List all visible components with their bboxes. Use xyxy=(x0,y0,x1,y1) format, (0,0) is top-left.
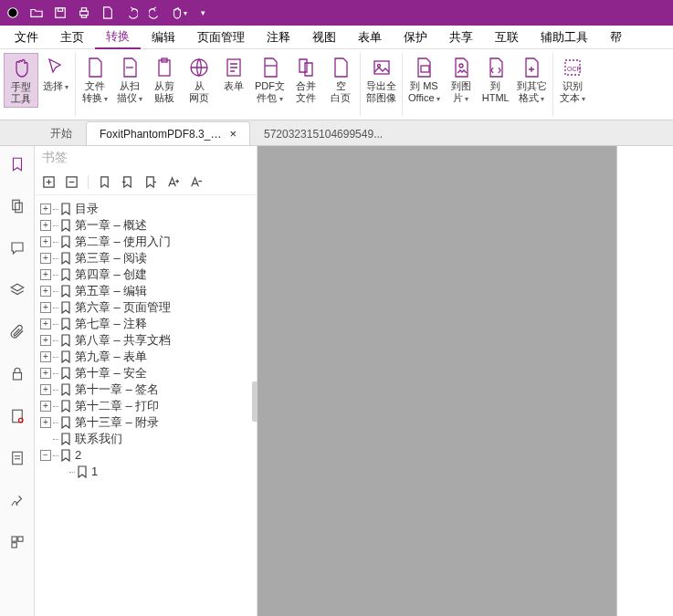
bookmark-item[interactable]: +第六章 – 页面管理 xyxy=(37,299,255,316)
menu-item-9[interactable]: 共享 xyxy=(438,26,484,48)
cut-bookmark-icon[interactable] xyxy=(121,175,134,189)
expander-icon[interactable]: + xyxy=(40,236,51,247)
to-image-button[interactable]: 到图 片 ▾ xyxy=(444,53,478,107)
menu-item-7[interactable]: 表单 xyxy=(347,26,393,48)
menu-item-1[interactable]: 主页 xyxy=(49,26,95,48)
document-view[interactable] xyxy=(258,146,673,616)
hand-tool-button[interactable]: 手型 工具 xyxy=(4,53,38,108)
pdf-package-button[interactable]: PDF文 件包 ▾ xyxy=(251,53,289,107)
bookmark-icon xyxy=(60,350,71,363)
export-images-button[interactable]: 导出全 部图像 xyxy=(363,53,400,106)
expander-icon[interactable]: + xyxy=(40,335,51,346)
expand-all-icon[interactable] xyxy=(42,175,56,189)
font-larger-icon[interactable] xyxy=(166,175,180,189)
font-smaller-icon[interactable] xyxy=(189,175,203,189)
collapse-all-icon[interactable] xyxy=(65,175,89,189)
file-convert-button[interactable]: 文件 转换 ▾ xyxy=(78,53,112,107)
security-tab-button[interactable] xyxy=(6,363,28,385)
bookmark-item[interactable]: +第九章 – 表单 xyxy=(37,349,255,365)
bookmark-item[interactable]: 1 xyxy=(37,464,255,480)
undo-icon[interactable] xyxy=(122,4,141,22)
tab-active-document[interactable]: FoxitPhantomPDF8.3_M...× xyxy=(86,121,250,145)
delete-bookmark-icon[interactable] xyxy=(143,175,157,189)
bookmark-icon xyxy=(60,285,71,298)
bookmark-item[interactable]: +目录 xyxy=(37,201,255,217)
save-icon[interactable] xyxy=(51,4,69,22)
expander-icon[interactable]: + xyxy=(40,253,51,264)
bookmark-item[interactable]: +第三章 – 阅读 xyxy=(37,250,255,266)
bookmark-item[interactable]: +第八章 – 共享文档 xyxy=(37,332,255,349)
menu-item-5[interactable]: 注释 xyxy=(256,26,301,48)
bookmark-item[interactable]: −2 xyxy=(37,447,255,464)
bookmark-label: 第十三章 – 附录 xyxy=(75,414,159,431)
bookmark-item[interactable]: +第一章 – 概述 xyxy=(37,217,255,234)
menu-item-6[interactable]: 视图 xyxy=(301,26,347,48)
to-html-button[interactable]: 到 HTML xyxy=(478,53,513,106)
expander-icon[interactable]: − xyxy=(40,450,51,461)
new-bookmark-icon[interactable] xyxy=(98,175,111,189)
menu-item-12[interactable]: 帮 xyxy=(599,26,633,48)
pages-tab-button[interactable] xyxy=(6,195,28,217)
bookmarks-tab-button[interactable] xyxy=(6,153,28,175)
menu-item-2[interactable]: 转换 xyxy=(95,26,141,49)
splitter-handle[interactable] xyxy=(252,381,258,422)
tab-inactive-document[interactable]: 572032315104699549... xyxy=(250,121,396,145)
bookmark-label: 第五章 – 编辑 xyxy=(75,283,147,299)
expander-icon[interactable]: + xyxy=(40,302,51,313)
form-fields-tab-button[interactable] xyxy=(6,447,28,469)
ocr-button[interactable]: OCR识别 文本 ▾ xyxy=(555,53,590,107)
menu-item-4[interactable]: 页面管理 xyxy=(186,26,256,48)
expander-icon[interactable]: + xyxy=(40,384,51,395)
bookmark-tree: +目录+第一章 – 概述+第二章 – 使用入门+第三章 – 阅读+第四章 – 创… xyxy=(35,195,257,616)
layers-tab-button[interactable] xyxy=(6,279,28,301)
bookmark-item[interactable]: +第五章 – 编辑 xyxy=(37,283,255,299)
select-tool-button[interactable]: 选择 ▾ xyxy=(38,53,73,95)
portfolio-tab-button[interactable] xyxy=(6,531,28,553)
from-scanner-button[interactable]: 从扫 描仪 ▾ xyxy=(112,53,147,107)
bookmark-item[interactable]: +第四章 – 创建 xyxy=(37,266,255,283)
bookmark-item[interactable]: +第十一章 – 签名 xyxy=(37,381,255,398)
bookmark-label: 1 xyxy=(91,464,98,480)
expander-icon[interactable]: + xyxy=(40,204,51,214)
close-icon[interactable]: × xyxy=(229,127,237,141)
blank-page-button[interactable]: 空 白页 xyxy=(323,53,358,106)
redo-icon[interactable] xyxy=(146,4,164,22)
sign-tab-button[interactable] xyxy=(6,489,28,511)
expander-icon[interactable]: + xyxy=(40,417,51,428)
attachments-tab-button[interactable] xyxy=(6,321,28,343)
expander-icon[interactable]: + xyxy=(40,269,51,280)
hand-quick-icon[interactable]: ▾ xyxy=(170,4,188,22)
form-button[interactable]: 表单 xyxy=(216,53,251,94)
quick-access-dropdown-icon[interactable]: ▾ xyxy=(194,4,212,22)
menu-item-11[interactable]: 辅助工具 xyxy=(530,26,599,48)
menu-item-8[interactable]: 保护 xyxy=(393,26,438,48)
bookmark-item[interactable]: +第十章 – 安全 xyxy=(37,365,255,381)
bookmark-item[interactable]: +第二章 – 使用入门 xyxy=(37,234,255,250)
open-icon[interactable] xyxy=(27,4,46,22)
expander-icon[interactable]: + xyxy=(40,351,51,362)
bookmark-label: 第十二章 – 打印 xyxy=(75,398,159,414)
comments-tab-button[interactable] xyxy=(6,237,28,259)
expander-icon[interactable]: + xyxy=(40,318,51,329)
to-office-button[interactable]: 到 MS Office ▾ xyxy=(405,53,444,107)
to-other-button[interactable]: 到其它 格式 ▾ xyxy=(513,53,551,107)
expander-icon[interactable]: + xyxy=(40,401,51,412)
bookmark-item[interactable]: +第七章 – 注释 xyxy=(37,316,255,332)
from-web-button[interactable]: 从 网页 xyxy=(182,53,216,106)
from-clipboard-button[interactable]: 从剪 贴板 xyxy=(147,53,182,106)
signatures-tab-button[interactable] xyxy=(6,405,28,427)
expander-icon[interactable]: + xyxy=(40,286,51,297)
menu-item-3[interactable]: 编辑 xyxy=(141,26,186,48)
bookmark-item[interactable]: 联系我们 xyxy=(37,431,255,447)
tab-start[interactable]: 开始 xyxy=(37,121,86,145)
bookmark-item[interactable]: +第十三章 – 附录 xyxy=(37,414,255,431)
menu-bar: 文件主页转换编辑页面管理注释视图表单保护共享互联辅助工具帮 xyxy=(0,26,673,49)
new-doc-icon[interactable] xyxy=(99,4,117,22)
menu-item-10[interactable]: 互联 xyxy=(484,26,530,48)
expander-icon[interactable]: + xyxy=(40,368,51,379)
merge-files-button[interactable]: 合并 文件 xyxy=(289,53,323,106)
menu-item-0[interactable]: 文件 xyxy=(4,26,49,48)
print-icon[interactable] xyxy=(75,4,93,22)
expander-icon[interactable]: + xyxy=(40,220,51,231)
bookmark-item[interactable]: +第十二章 – 打印 xyxy=(37,398,255,414)
